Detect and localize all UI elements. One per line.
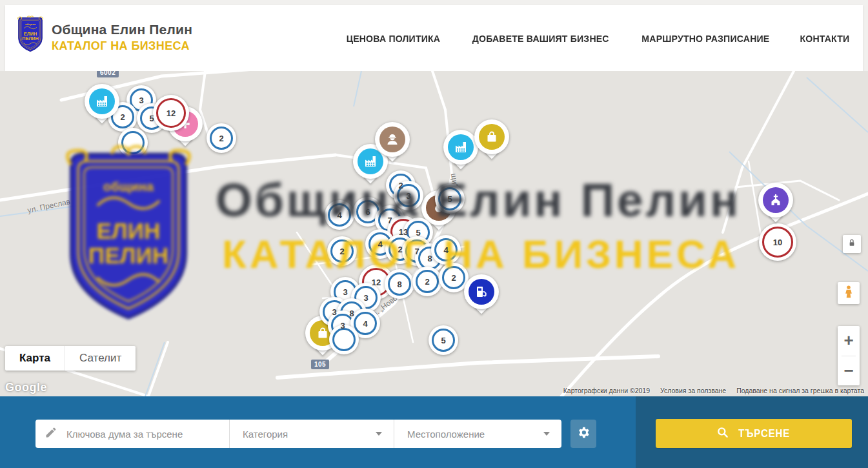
watermark-coat-of-arms: община ЕЛИН ПЕЛИН xyxy=(55,143,202,325)
factory-icon xyxy=(89,88,115,114)
nav-route-schedule[interactable]: МАРШРУТНО РАЗПИСАНИЕ xyxy=(642,33,770,44)
business-pin-marker[interactable] xyxy=(474,119,509,163)
map-type-map-button[interactable]: Карта xyxy=(5,346,65,371)
factory-icon xyxy=(448,134,474,160)
road-number-badge: 6002 xyxy=(97,71,119,77)
site-subtitle: КАТАЛОГ НА БИЗНЕСА xyxy=(52,39,192,53)
svg-text:община: община xyxy=(25,23,36,26)
gear-icon xyxy=(576,425,590,442)
coat-of-arms-icon: община ЕЛИН ПЕЛИН xyxy=(15,45,45,56)
cluster-count: 3 xyxy=(332,307,336,317)
zoom-out-button[interactable]: − xyxy=(838,356,860,386)
svg-text:община: община xyxy=(103,179,154,194)
search-button-label: ТЪРСЕНЕ xyxy=(738,428,790,440)
road-number-badge: 105 xyxy=(311,360,329,369)
business-pin-marker[interactable] xyxy=(375,122,410,166)
attribution-report-link[interactable]: Подаване на сигнал за грешка в картата xyxy=(736,387,864,394)
street-view-pegman-button[interactable] xyxy=(838,282,860,304)
cluster-marker[interactable]: 5 xyxy=(429,325,458,355)
municipality-logo[interactable]: община ЕЛИН ПЕЛИН xyxy=(15,14,45,54)
keyword-search-input[interactable] xyxy=(65,428,223,440)
nav-add-business[interactable]: ДОБАВЕТЕ ВАШИЯТ БИЗНЕС xyxy=(472,33,609,44)
business-pin-marker[interactable] xyxy=(85,84,119,128)
cluster-count: 2 xyxy=(451,273,456,283)
cluster-count: 8 xyxy=(427,254,432,263)
search-bar: Категория Местоположение ТЪРСЕНЕ xyxy=(0,396,868,468)
main-nav: ЦЕНОВА ПОЛИТИКА ДОБАВЕТЕ ВАШИЯТ БИЗНЕС М… xyxy=(343,5,851,71)
page: община ЕЛИН ПЕЛИН Община Елин Пелин КАТА… xyxy=(0,0,868,468)
cluster-count: 7 xyxy=(414,247,419,256)
zoom-in-button[interactable]: + xyxy=(838,326,860,356)
category-select[interactable]: Категория xyxy=(229,420,394,448)
watermark-title: Община Елин Пелин xyxy=(216,173,741,227)
cluster-count: 4 xyxy=(337,210,341,220)
cluster-count: 2 xyxy=(339,247,344,256)
cluster-count: 3 xyxy=(139,96,143,105)
worker-icon xyxy=(379,127,405,152)
pencil-icon xyxy=(45,426,57,442)
church-icon xyxy=(763,187,789,213)
lock-icon xyxy=(847,238,857,250)
business-pin-marker[interactable] xyxy=(464,274,499,318)
business-pin-marker[interactable] xyxy=(758,183,793,227)
header: община ЕЛИН ПЕЛИН Община Елин Пелин КАТА… xyxy=(0,0,868,71)
site-title: Община Елин Пелин xyxy=(52,22,192,37)
pegman-icon xyxy=(842,285,856,301)
location-select-value: Местоположение xyxy=(407,429,485,440)
svg-text:ПЕЛИН: ПЕЛИН xyxy=(88,243,168,268)
cluster-count: 2 xyxy=(425,277,429,287)
search-icon xyxy=(716,426,729,441)
cluster-count: 3 xyxy=(363,293,368,303)
advanced-search-button[interactable] xyxy=(570,420,596,448)
map-type-satellite-button[interactable]: Сателит xyxy=(65,346,136,371)
cluster-count: 8 xyxy=(397,280,401,289)
business-pin-marker[interactable] xyxy=(443,130,478,174)
search-fields: Категория Местоположение xyxy=(35,420,561,448)
nav-contacts[interactable]: КОНТАКТИ xyxy=(800,33,850,44)
zoom-control: + − xyxy=(838,326,860,385)
cluster-count: 3 xyxy=(340,321,345,331)
svg-text:ПЕЛИН: ПЕЛИН xyxy=(22,36,39,41)
google-logo[interactable]: Google xyxy=(5,381,47,394)
cluster-marker[interactable]: 12 xyxy=(153,95,189,131)
cluster-count: 5 xyxy=(441,336,445,345)
cluster-count: 5 xyxy=(416,228,420,238)
cluster-count: 8 xyxy=(349,309,354,318)
cluster-count: 2 xyxy=(398,245,402,254)
location-select[interactable]: Местоположение xyxy=(394,420,561,448)
cluster-count: 5 xyxy=(149,114,154,123)
cluster-count: 4 xyxy=(443,245,448,255)
brand-titles: Община Елин Пелин КАТАЛОГ НА БИЗНЕСА xyxy=(52,22,192,53)
keyword-field-wrap xyxy=(35,420,229,448)
cluster-count: 3 xyxy=(343,287,347,297)
cluster-count: 2 xyxy=(398,181,403,190)
cluster-count: 2 xyxy=(120,112,125,122)
watermark-subtitle: КАТАЛОГ НА БИЗНЕСА xyxy=(222,231,740,277)
cluster-count: 12 xyxy=(372,278,381,287)
cluster-count: 4 xyxy=(363,319,367,329)
chevron-down-icon xyxy=(543,432,550,436)
cluster-count: 7 xyxy=(387,216,392,225)
cluster-marker[interactable]: 2 xyxy=(207,123,236,153)
cluster-count: 13 xyxy=(399,227,408,237)
map-type-control: Карта Сателит xyxy=(5,346,136,371)
bag-icon xyxy=(479,124,505,150)
cluster-count: 10 xyxy=(773,238,782,247)
lock-button[interactable] xyxy=(843,235,861,253)
map-canvas[interactable]: ул. Преславбул. „Новоселщи“6002105 32512… xyxy=(0,71,868,396)
cluster-count: 6 xyxy=(365,207,370,217)
cluster-marker[interactable]: 10 xyxy=(759,223,796,261)
cluster-count: 5 xyxy=(447,194,452,204)
category-select-value: Категория xyxy=(243,429,288,440)
chevron-down-icon xyxy=(376,432,382,436)
attribution-terms-link[interactable]: Условия за ползване xyxy=(660,387,726,394)
svg-text:ЕЛИН: ЕЛИН xyxy=(96,218,160,243)
cluster-count: 12 xyxy=(167,108,176,118)
cluster-count: 2 xyxy=(219,134,223,143)
search-submit-button[interactable]: ТЪРСЕНЕ xyxy=(656,419,852,448)
map-attribution: Картографски данни ©2019 Условия за полз… xyxy=(563,387,864,394)
fuel-icon xyxy=(469,279,494,305)
cluster-count: 3 xyxy=(406,191,410,201)
nav-pricing-policy[interactable]: ЦЕНОВА ПОЛИТИКА xyxy=(347,33,441,44)
cluster-count: 4 xyxy=(378,239,382,249)
